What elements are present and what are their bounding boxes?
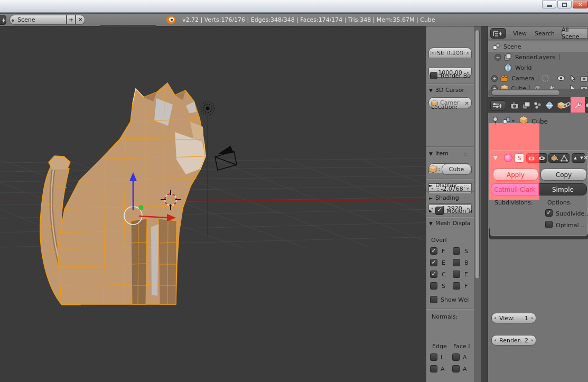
render-subdivisions-field[interactable]: ◂ Render: 2 ▸ (491, 335, 536, 346)
modifier-delete-button[interactable]: ✕ (583, 154, 588, 161)
step-left-icon: ◂ (494, 316, 496, 320)
cat-mesh-body[interactable] (58, 83, 206, 304)
overlay-checkbox[interactable] (430, 282, 437, 290)
edge-length-checkbox[interactable] (430, 353, 437, 361)
panel-open-icon: ▼ (429, 221, 433, 226)
subdivisions-label: Subdivisions: (494, 199, 533, 206)
panel-drag-dots-icon[interactable]: ::: (464, 152, 470, 157)
window-titlebar (0, 0, 588, 13)
scene-dropdown-arrows-icon: ▲▼ (12, 18, 14, 22)
overlays-label: Overl (431, 237, 447, 244)
edge-angle-checkbox[interactable] (430, 365, 437, 372)
overlay-checkbox[interactable]: ✓ (430, 247, 437, 255)
overlay-checkbox[interactable]: ✓ (430, 271, 437, 278)
minimize-icon (547, 5, 552, 7)
show-weights-checkbox[interactable] (430, 296, 437, 303)
editmode-toggle-icon[interactable] (550, 155, 558, 162)
render-border-label: Render Bo (441, 72, 471, 79)
editor-type-selector-properties[interactable]: ▲▼ (490, 100, 506, 110)
clear-icon[interactable]: ✕ (465, 100, 469, 106)
edge-length-label: L (441, 354, 444, 361)
outliner-display-mode-dropdown[interactable]: All Scene (561, 28, 588, 39)
outliner-row-world[interactable]: World (488, 62, 588, 73)
tab-modifiers[interactable] (573, 101, 582, 110)
scene-row-label: Scene (503, 43, 521, 50)
panel-header-shading[interactable]: ► Shading (429, 194, 459, 201)
scene-name-field[interactable]: ▲▼ Scene (10, 15, 67, 25)
minimize-button[interactable] (542, 1, 556, 8)
outliner-row-renderlayers[interactable]: + RenderLayers (488, 52, 588, 62)
overlay-checkbox[interactable] (453, 259, 460, 266)
item-name-field[interactable]: Cube (442, 164, 471, 175)
editor-type-selector-info[interactable]: ▲▼ (0, 15, 6, 25)
outliner-row-scene[interactable]: Scene (488, 41, 588, 52)
optimal-display-checkbox[interactable] (545, 221, 553, 228)
overlay-check-label: S (464, 248, 468, 255)
view-subdivisions-field[interactable]: ◂ View: 1 ▸ (491, 313, 536, 323)
overlay-checkbox[interactable] (453, 247, 460, 255)
face-info-label: Face I (453, 343, 470, 350)
expander-icon[interactable]: + (494, 54, 501, 61)
normals-label: Normals: (432, 313, 458, 320)
overlay-checkbox[interactable] (453, 271, 460, 278)
overlay-checkbox[interactable] (453, 282, 460, 290)
edge-info-label: Edge (432, 343, 447, 350)
overlay-checkbox[interactable]: ✓ (430, 259, 437, 266)
renderlayers-icon (504, 53, 512, 61)
copy-button[interactable]: Copy (540, 169, 587, 181)
tab-data[interactable] (585, 101, 588, 109)
panel-header-3d-cursor[interactable]: ▼ 3D Cursor (429, 87, 464, 94)
render-restrict-icon[interactable] (580, 75, 588, 82)
tab-render-layers[interactable] (522, 101, 530, 109)
overlay-check-label: F (442, 248, 445, 255)
display-mode-value: All Scene (562, 26, 587, 40)
pointer-icon[interactable] (570, 74, 576, 82)
eye-icon[interactable] (557, 75, 565, 81)
panel-header-motion-tracking[interactable]: ► ✓ Motion Tr (429, 207, 473, 215)
overlay-check-label: E (442, 259, 445, 266)
edge-angle-label: A (441, 366, 445, 372)
close-button[interactable]: ✕ (573, 1, 588, 8)
tab-scene[interactable] (534, 101, 542, 109)
panel-drag-dots-icon[interactable]: ::: (464, 196, 470, 201)
step-left-icon: ◂ (494, 338, 496, 342)
outliner-hscrollbar-thumb[interactable] (491, 90, 560, 96)
face-area-checkbox[interactable] (452, 353, 460, 361)
world-icon (504, 64, 512, 72)
properties-sliders-icon (492, 102, 499, 109)
panel-drag-dots-icon[interactable]: ::: (464, 183, 470, 189)
motion-tracking-checkbox[interactable]: ✓ (435, 207, 444, 215)
tab-constraints[interactable] (562, 101, 571, 109)
separator (426, 309, 474, 310)
separator (426, 146, 474, 147)
expander-icon[interactable]: + (491, 75, 498, 82)
move-up-button[interactable]: ▲ (574, 156, 576, 160)
move-down-button[interactable]: ▼ (580, 156, 583, 160)
local-camera-label: Local Camera: (430, 50, 471, 57)
face-angle-checkbox[interactable] (452, 365, 460, 372)
delete-scene-button[interactable]: ✕ (76, 15, 85, 25)
panel-header-display[interactable]: ► Display (429, 182, 456, 189)
panel-drag-dots-icon[interactable]: ::: (464, 88, 470, 94)
outliner-search-menu[interactable]: Search (535, 30, 555, 37)
cage-toggle-icon[interactable] (561, 155, 568, 162)
panel-header-item[interactable]: ▼ Item (429, 150, 449, 157)
tab-render[interactable] (510, 101, 519, 109)
simple-toggle[interactable]: Simple (539, 183, 587, 195)
simple-label: Simple (552, 186, 574, 193)
editor-type-selector-outliner[interactable]: ▲▼ (490, 28, 506, 39)
camera-object[interactable] (215, 146, 237, 170)
panel-header-mesh-display[interactable]: ▼ Mesh Displa (429, 220, 470, 227)
subdivide-uvs-checkbox[interactable]: ✓ (545, 209, 553, 217)
outliner-row-camera[interactable]: + Camera (488, 73, 588, 83)
tab-world[interactable] (545, 101, 554, 109)
y-axis-handle (139, 206, 144, 210)
copy-label: Copy (556, 171, 572, 179)
renderlayers-row-label: RenderLayers (515, 54, 555, 61)
outliner-view-menu[interactable]: View (513, 30, 527, 37)
scene-icon (492, 43, 500, 50)
maximize-button[interactable] (557, 1, 572, 8)
add-scene-button[interactable]: + (67, 15, 76, 25)
n-panel-scrollbar-thumb[interactable] (475, 30, 480, 279)
render-border-checkbox[interactable] (430, 72, 437, 79)
